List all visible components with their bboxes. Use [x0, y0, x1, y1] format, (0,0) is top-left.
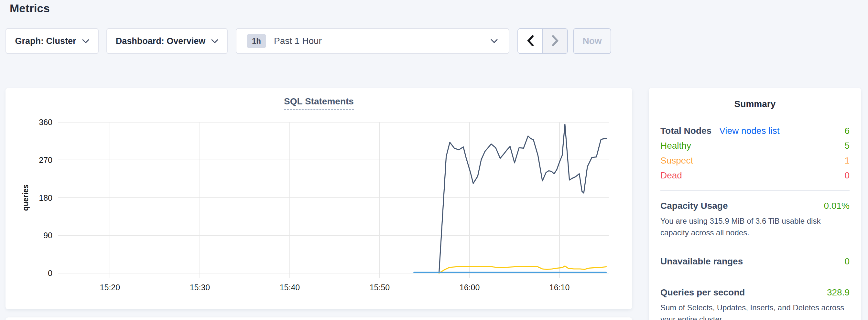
queries-per-second-row: Queries per second 328.9 — [660, 284, 849, 300]
chart-title[interactable]: SQL Statements — [284, 96, 354, 110]
graph-dropdown-label: Graph: Cluster — [15, 36, 76, 46]
time-range-label: Past 1 Hour — [274, 36, 322, 46]
node-status-rows: Healthy5Suspect1Dead0 — [660, 138, 849, 183]
total-nodes-label: Total Nodes — [660, 126, 711, 136]
dashboard-dropdown[interactable]: Dashboard: Overview — [106, 28, 228, 54]
x-tick-label: 15:30 — [190, 283, 210, 292]
capacity-usage-value: 0.01% — [824, 201, 849, 211]
capacity-usage-label: Capacity Usage — [660, 201, 728, 211]
view-nodes-list-link[interactable]: View nodes list — [719, 126, 779, 136]
unavailable-ranges-label: Unavailable ranges — [660, 256, 743, 267]
step-back-button[interactable] — [518, 29, 542, 53]
time-step-buttons — [518, 28, 568, 54]
node-status-row: Suspect1 — [660, 153, 849, 168]
node-status-label: Suspect — [660, 156, 693, 166]
y-axis-label: queries — [21, 185, 30, 211]
now-button[interactable]: Now — [573, 28, 611, 54]
page-title: Metrics — [10, 2, 50, 15]
node-status-value: 5 — [844, 140, 849, 151]
summary-panel: Summary Total Nodes View nodes list 6 He… — [649, 88, 861, 320]
chevron-down-icon — [211, 39, 218, 43]
capacity-usage-row: Capacity Usage 0.01% — [660, 198, 849, 214]
x-tick-label: 15:40 — [280, 283, 300, 292]
chart-title-wrap: SQL Statements — [5, 96, 632, 110]
y-tick-label: 360 — [39, 118, 52, 127]
unavailable-ranges-row: Unavailable ranges 0 — [660, 253, 849, 269]
y-tick-label: 270 — [39, 156, 52, 164]
chevron-down-icon — [82, 39, 89, 43]
x-tick-label: 16:10 — [550, 283, 570, 292]
time-range-badge: 1h — [247, 34, 266, 48]
unavailable-ranges-value: 0 — [844, 256, 849, 267]
node-status-row: Healthy5 — [660, 138, 849, 153]
y-tick-label: 0 — [48, 268, 52, 278]
next-chart-card — [5, 317, 632, 320]
summary-title: Summary — [660, 99, 849, 109]
capacity-usage-description: You are using 315.9 MiB of 3.6 TiB usabl… — [660, 215, 849, 238]
node-status-value: 0 — [844, 170, 849, 181]
metrics-page: Metrics Graph: Cluster Dashboard: Overvi… — [0, 0, 868, 320]
queries-per-second-value: 328.9 — [827, 287, 849, 298]
divider — [660, 277, 849, 277]
series-line-navy — [439, 124, 607, 274]
queries-per-second-description: Sum of Selects, Updates, Inserts, and De… — [660, 302, 849, 320]
x-tick-label: 16:00 — [460, 283, 480, 292]
total-nodes-value: 6 — [844, 126, 849, 136]
divider — [660, 246, 849, 246]
graph-dropdown[interactable]: Graph: Cluster — [5, 28, 99, 54]
node-status-label: Dead — [660, 170, 682, 181]
sql-statements-card: SQL Statements 15:2015:3015:4015:5016:00… — [5, 88, 632, 309]
node-status-label: Healthy — [660, 140, 691, 151]
x-tick-label: 15:50 — [370, 283, 390, 292]
chevron-right-icon — [552, 35, 559, 47]
y-tick-label: 90 — [43, 231, 52, 240]
total-nodes-row: Total Nodes View nodes list 6 — [660, 124, 849, 138]
time-range-selector[interactable]: 1h Past 1 Hour — [236, 28, 509, 54]
divider — [660, 190, 849, 191]
node-status-row: Dead0 — [660, 168, 849, 183]
chevron-down-icon — [491, 39, 498, 43]
chevron-left-icon — [527, 35, 534, 47]
x-tick-label: 15:20 — [100, 283, 120, 292]
node-status-value: 1 — [844, 156, 849, 166]
dashboard-dropdown-label: Dashboard: Overview — [116, 36, 206, 46]
queries-per-second-label: Queries per second — [660, 287, 745, 298]
y-tick-label: 180 — [39, 193, 52, 202]
step-forward-button[interactable] — [542, 29, 567, 53]
sql-statements-chart[interactable]: 15:2015:3015:4015:5016:0016:100901802703… — [5, 88, 632, 309]
